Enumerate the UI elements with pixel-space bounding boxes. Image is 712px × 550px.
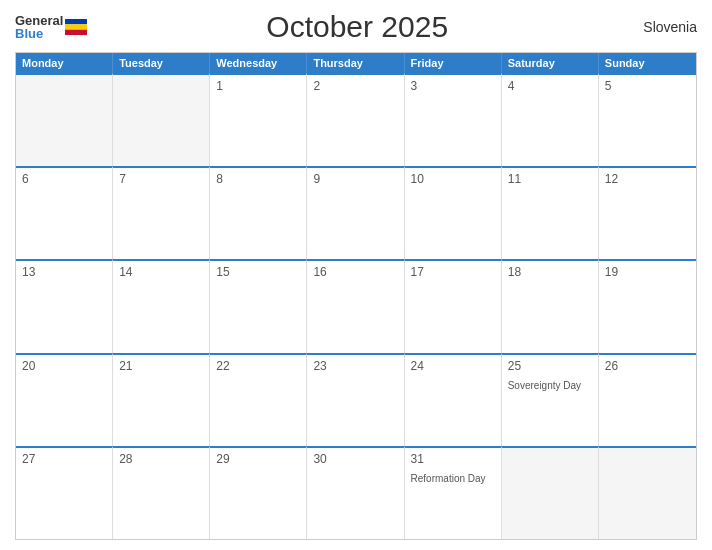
- days-header: Monday Tuesday Wednesday Thursday Friday…: [16, 53, 696, 73]
- table-row: 16: [307, 259, 404, 352]
- header: General Blue October 2025 Slovenia: [15, 10, 697, 44]
- cell-date: 12: [605, 172, 690, 186]
- table-row: 3: [405, 73, 502, 166]
- table-row: [16, 73, 113, 166]
- cell-date: 20: [22, 359, 106, 373]
- cell-date: 21: [119, 359, 203, 373]
- table-row: 24: [405, 353, 502, 446]
- day-header-thursday: Thursday: [307, 53, 404, 73]
- cell-date: 16: [313, 265, 397, 279]
- logo: General Blue: [15, 14, 87, 40]
- cell-date: 4: [508, 79, 592, 93]
- table-row: 1: [210, 73, 307, 166]
- table-row: [599, 446, 696, 539]
- cell-date: 15: [216, 265, 300, 279]
- table-row: 9: [307, 166, 404, 259]
- cell-date: 8: [216, 172, 300, 186]
- svg-rect-1: [65, 19, 87, 24]
- cell-date: 31: [411, 452, 495, 466]
- table-row: 26: [599, 353, 696, 446]
- cell-date: 25: [508, 359, 592, 373]
- table-row: 13: [16, 259, 113, 352]
- svg-rect-2: [65, 24, 87, 29]
- table-row: 14: [113, 259, 210, 352]
- cell-date: 27: [22, 452, 106, 466]
- table-row: 28: [113, 446, 210, 539]
- table-row: 12: [599, 166, 696, 259]
- cell-date: 14: [119, 265, 203, 279]
- table-row: 17: [405, 259, 502, 352]
- cell-date: 22: [216, 359, 300, 373]
- table-row: 19: [599, 259, 696, 352]
- table-row: 10: [405, 166, 502, 259]
- cell-date: 7: [119, 172, 203, 186]
- day-header-tuesday: Tuesday: [113, 53, 210, 73]
- table-row: 8: [210, 166, 307, 259]
- table-row: 11: [502, 166, 599, 259]
- cell-date: 5: [605, 79, 690, 93]
- cell-date: 28: [119, 452, 203, 466]
- day-header-monday: Monday: [16, 53, 113, 73]
- table-row: 25Sovereignty Day: [502, 353, 599, 446]
- cell-date: 9: [313, 172, 397, 186]
- cell-date: 26: [605, 359, 690, 373]
- calendar-grid: 1234567891011121314151617181920212223242…: [16, 73, 696, 539]
- cell-date: 2: [313, 79, 397, 93]
- cell-date: 24: [411, 359, 495, 373]
- cell-event: Sovereignty Day: [508, 380, 581, 391]
- table-row: 4: [502, 73, 599, 166]
- svg-rect-3: [65, 30, 87, 35]
- country-label: Slovenia: [627, 19, 697, 35]
- cell-date: 13: [22, 265, 106, 279]
- cell-date: 11: [508, 172, 592, 186]
- day-header-sunday: Sunday: [599, 53, 696, 73]
- table-row: 31Reformation Day: [405, 446, 502, 539]
- day-header-wednesday: Wednesday: [210, 53, 307, 73]
- table-row: 15: [210, 259, 307, 352]
- logo-blue-text: Blue: [15, 27, 63, 40]
- calendar-title: October 2025: [87, 10, 627, 44]
- cell-event: Reformation Day: [411, 473, 486, 484]
- table-row: 29: [210, 446, 307, 539]
- calendar: Monday Tuesday Wednesday Thursday Friday…: [15, 52, 697, 540]
- table-row: 27: [16, 446, 113, 539]
- day-header-saturday: Saturday: [502, 53, 599, 73]
- table-row: [502, 446, 599, 539]
- cell-date: 30: [313, 452, 397, 466]
- table-row: 2: [307, 73, 404, 166]
- cell-date: 23: [313, 359, 397, 373]
- table-row: 7: [113, 166, 210, 259]
- cell-date: 18: [508, 265, 592, 279]
- calendar-page: General Blue October 2025 Slovenia Monda…: [0, 0, 712, 550]
- cell-date: 1: [216, 79, 300, 93]
- table-row: 6: [16, 166, 113, 259]
- day-header-friday: Friday: [405, 53, 502, 73]
- cell-date: 10: [411, 172, 495, 186]
- table-row: 21: [113, 353, 210, 446]
- cell-date: 29: [216, 452, 300, 466]
- table-row: [113, 73, 210, 166]
- cell-date: 17: [411, 265, 495, 279]
- table-row: 18: [502, 259, 599, 352]
- table-row: 22: [210, 353, 307, 446]
- table-row: 30: [307, 446, 404, 539]
- cell-date: 19: [605, 265, 690, 279]
- table-row: 20: [16, 353, 113, 446]
- logo-flag-icon: [65, 19, 87, 35]
- cell-date: 6: [22, 172, 106, 186]
- table-row: 5: [599, 73, 696, 166]
- cell-date: 3: [411, 79, 495, 93]
- table-row: 23: [307, 353, 404, 446]
